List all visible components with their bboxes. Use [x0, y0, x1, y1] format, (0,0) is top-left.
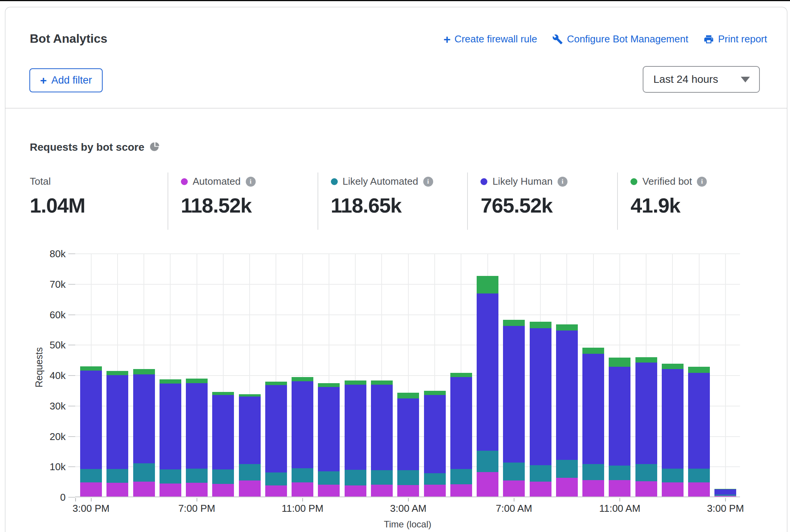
bar-segment-likely-human — [424, 395, 446, 473]
bar-segment-verified-bot — [397, 393, 419, 398]
bar-segment-automated — [80, 482, 102, 497]
bar-segment-automated — [662, 482, 684, 497]
y-axis-tick — [68, 314, 75, 315]
x-axis-tick-label: 11:00 AM — [584, 503, 656, 514]
y-axis-tick-label: 60k — [26, 309, 66, 321]
bar-segment-likely-human — [397, 398, 419, 470]
bar-segment-automated — [106, 483, 128, 497]
stat-likely-automated-value: 118.65k — [331, 193, 468, 217]
bar — [609, 358, 630, 497]
bar — [582, 348, 604, 497]
bar — [371, 380, 393, 497]
bar-segment-likely-human — [450, 377, 472, 469]
stat-verified-bot[interactable]: Verified bot i 41.9k — [617, 172, 767, 230]
bar-segment-likely-automated — [503, 463, 525, 480]
x-axis-tick-label: 11:00 PM — [266, 503, 339, 514]
bar-segment-automated — [212, 484, 234, 497]
bar-segment-verified-bot — [477, 276, 498, 293]
x-axis-tick — [725, 498, 726, 501]
bar-segment-automated — [609, 480, 630, 497]
bar-segment-likely-automated — [582, 464, 604, 480]
bar-segment-likely-human — [106, 375, 128, 469]
bar-segment-automated — [688, 482, 710, 497]
info-icon[interactable]: i — [558, 177, 568, 187]
bar-segment-likely-automated — [318, 471, 340, 485]
likely-automated-legend-dot — [331, 178, 338, 185]
likely-human-legend-dot — [480, 178, 487, 185]
bar-segment-likely-human — [212, 395, 234, 469]
bar-segment-verified-bot — [424, 391, 446, 395]
bar-segment-verified-bot — [688, 367, 710, 373]
bar-segment-likely-automated — [477, 451, 498, 472]
bar-segment-automated — [714, 496, 736, 497]
bar-segment-likely-human — [714, 489, 736, 495]
bar — [503, 320, 525, 497]
stat-automated[interactable]: Automated i 118.52k — [168, 172, 318, 230]
stat-total: Total 1.04M — [30, 172, 168, 230]
bar — [133, 369, 155, 497]
bar — [345, 380, 366, 497]
x-axis-tick — [619, 498, 620, 501]
bar-segment-verified-bot — [160, 379, 181, 384]
info-icon[interactable]: i — [246, 177, 256, 187]
bar-segment-likely-automated — [450, 469, 472, 484]
analytics-body: Requests by bot score Total 1.04M Automa… — [5, 141, 787, 532]
bar-segment-likely-human — [530, 328, 551, 465]
x-axis-tick — [197, 498, 197, 501]
bar-segment-automated — [345, 485, 366, 497]
info-icon[interactable]: i — [697, 177, 707, 187]
bar-segment-automated — [582, 480, 604, 497]
plus-icon: + — [443, 34, 451, 44]
time-range-value: Last 24 hours — [653, 73, 718, 85]
bar — [397, 393, 419, 497]
time-range-dropdown[interactable]: Last 24 hours — [643, 66, 760, 93]
bar-segment-likely-human — [688, 373, 710, 469]
bar-segment-verified-bot — [371, 380, 393, 385]
bar-segment-automated — [397, 485, 419, 497]
stats-row: Total 1.04M Automated i 118.52k Likely A… — [30, 172, 767, 230]
bar-segment-verified-bot — [318, 383, 340, 387]
bar-segment-likely-human — [662, 369, 684, 469]
bar-segment-automated — [450, 484, 472, 497]
y-axis-tick — [68, 406, 75, 406]
v-gridline — [725, 254, 726, 497]
create-firewall-rule-link[interactable]: + Create firewall rule — [443, 33, 537, 45]
bar-segment-verified-bot — [292, 377, 313, 381]
stat-likely-automated[interactable]: Likely Automated i 118.65k — [318, 172, 468, 230]
bar-segment-likely-human — [635, 363, 657, 464]
y-axis-tick-label: 30k — [26, 400, 66, 412]
bar — [477, 276, 498, 497]
wrench-icon — [552, 34, 563, 45]
stat-total-value: 1.04M — [30, 193, 168, 217]
stat-likely-human-value: 765.52k — [480, 193, 617, 217]
stat-likely-human[interactable]: Likely Human i 765.52k — [467, 172, 617, 230]
stat-verified-bot-label: Verified bot — [642, 176, 692, 187]
bar-segment-likely-automated — [160, 469, 181, 484]
print-report-link[interactable]: Print report — [703, 33, 767, 45]
add-filter-button[interactable]: + Add filter — [29, 68, 103, 92]
bar-segment-likely-automated — [345, 470, 366, 485]
printer-icon — [703, 34, 714, 45]
bar-segment-likely-automated — [424, 473, 446, 485]
requests-by-bot-score-chart: Requests 010k20k30k40k50k60k70k80k3:00 P… — [30, 251, 767, 532]
page-title: Bot Analytics — [30, 32, 107, 46]
bar-segment-likely-automated — [688, 469, 710, 482]
bar-segment-likely-automated — [292, 468, 313, 482]
bar-segment-verified-bot — [106, 371, 128, 375]
bar-segment-likely-human — [265, 385, 287, 472]
info-icon[interactable]: i — [423, 177, 433, 187]
configure-bot-management-link[interactable]: Configure Bot Management — [552, 33, 688, 45]
bar-segment-likely-automated — [397, 470, 419, 485]
bar-segment-verified-bot — [556, 324, 578, 330]
bar-segment-automated — [503, 480, 525, 497]
stat-automated-label: Automated — [193, 176, 241, 187]
create-firewall-rule-label: Create firewall rule — [455, 33, 537, 45]
bar — [688, 367, 710, 497]
bar-segment-automated — [186, 483, 208, 497]
y-axis-tick — [68, 284, 75, 285]
bar — [160, 379, 181, 497]
add-filter-label: Add filter — [52, 74, 92, 86]
bar-segment-likely-human — [186, 383, 208, 469]
bar-segment-verified-bot — [530, 322, 551, 328]
configure-bot-management-label: Configure Bot Management — [567, 33, 688, 45]
